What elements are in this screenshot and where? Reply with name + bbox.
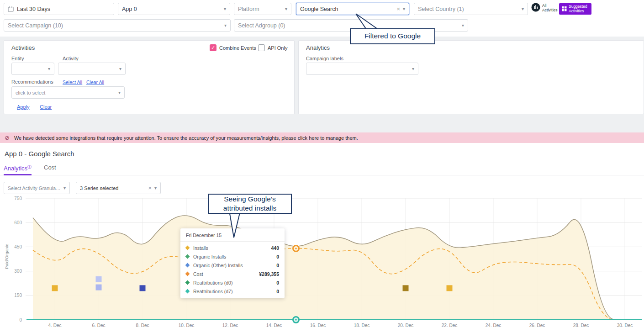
api-only-checkbox[interactable] xyxy=(258,44,265,51)
timeseries-chart[interactable]: 01503004506007504. Dec6. Dec8. Dec10. De… xyxy=(0,195,644,333)
recommendations-label: Recommendations xyxy=(11,79,53,85)
series-diamond-icon xyxy=(185,289,190,294)
report-tabs: Analyticsⓘ Cost xyxy=(0,162,644,175)
svg-text:18. Dec: 18. Dec xyxy=(354,323,370,328)
activities-panel: Activities ✓ Combine Events API Only Ent… xyxy=(4,40,295,114)
all-activities-icon xyxy=(531,3,540,14)
tooltip-row: Reattributions (d0)0 xyxy=(180,278,285,287)
media-source-select[interactable]: Google Search × ▾ xyxy=(296,3,409,15)
chart-tooltip: Fri December 15 Installs440Organic Insta… xyxy=(180,228,285,298)
app-select-value: App 0 xyxy=(122,6,221,12)
date-range-picker[interactable]: Last 30 Days xyxy=(4,3,114,15)
combine-events-label: Combine Events xyxy=(219,45,256,51)
tooltip-series-value: 0 xyxy=(276,254,279,259)
tooltip-row: Organic (Other) Installs0 xyxy=(180,261,285,270)
svg-text:20. Dec: 20. Dec xyxy=(398,323,413,328)
tooltip-rows: Installs440Organic Installs0Organic (Oth… xyxy=(180,243,285,296)
svg-text:14. Dec: 14. Dec xyxy=(266,323,282,328)
svg-text:16. Dec: 16. Dec xyxy=(310,323,326,328)
integration-warning-banner[interactable]: ⊘ We have detected some integrations tha… xyxy=(0,132,644,143)
entity-select[interactable]: ▾ xyxy=(11,63,54,75)
all-activities-label: All Activities xyxy=(542,4,560,13)
chevron-down-icon: ▾ xyxy=(118,90,121,95)
series-select[interactable]: 3 Series selected × ▾ xyxy=(76,182,161,194)
warning-icon: ⊘ xyxy=(5,134,10,141)
info-icon: ⓘ xyxy=(27,164,32,169)
entity-label: Entity xyxy=(11,56,24,61)
recommendations-select[interactable]: click to select ▾ xyxy=(11,86,125,99)
chevron-down-icon: ▾ xyxy=(224,23,227,28)
chevron-down-icon: ▾ xyxy=(285,6,287,11)
svg-text:28. Dec: 28. Dec xyxy=(573,323,589,328)
suggested-activities-button[interactable]: Suggested Activities xyxy=(559,3,591,15)
series-diamond-icon xyxy=(185,263,190,268)
active-tab-underline xyxy=(4,174,32,175)
clear-icon[interactable]: × xyxy=(396,5,400,12)
tooltip-series-label: Installs xyxy=(193,245,271,251)
chevron-down-icon: ▾ xyxy=(462,23,464,28)
chevron-down-icon: ▾ xyxy=(224,6,226,11)
chevron-down-icon: ▾ xyxy=(403,6,405,11)
combine-events-checkbox[interactable]: ✓ xyxy=(210,44,216,51)
svg-text:4. Dec: 4. Dec xyxy=(48,323,62,328)
svg-text:0: 0 xyxy=(19,317,22,322)
tooltip-series-value: 0 xyxy=(276,263,279,268)
svg-text:22. Dec: 22. Dec xyxy=(442,323,457,328)
svg-text:24. Dec: 24. Dec xyxy=(486,323,501,328)
callout-filtered-to-google: Filtered to Google xyxy=(350,28,435,44)
granularity-placeholder: Select Activity Granularity xyxy=(8,185,61,191)
tooltip-series-value: ¥289,355 xyxy=(259,271,279,277)
svg-text:12. Dec: 12. Dec xyxy=(222,323,238,328)
series-diamond-icon xyxy=(185,272,190,276)
country-select-placeholder: Select Country (1) xyxy=(418,6,519,12)
tooltip-series-label: Organic Installs xyxy=(193,254,276,259)
tooltip-series-label: Organic (Other) Installs xyxy=(193,263,276,268)
series-diamond-icon xyxy=(185,246,190,250)
platform-select-placeholder: Platform xyxy=(238,6,282,12)
chevron-down-icon: ▾ xyxy=(119,66,121,71)
campaign-labels-select[interactable]: ▾ xyxy=(306,63,418,75)
activity-label: Activity xyxy=(63,56,79,61)
svg-text:10. Dec: 10. Dec xyxy=(179,323,194,328)
tooltip-series-value: 0 xyxy=(276,280,279,285)
analytics-panel: Analytics Campaign labels ▾ xyxy=(298,40,644,114)
chevron-down-icon: ▾ xyxy=(63,185,66,190)
svg-text:30. Dec: 30. Dec xyxy=(617,323,633,328)
callout-attributed-installs: Seeing Google’s attributed installs xyxy=(208,194,292,214)
app-select[interactable]: App 0 ▾ xyxy=(118,3,230,15)
chevron-down-icon: ▾ xyxy=(522,6,524,11)
warning-text: We have detected some integrations that … xyxy=(14,135,358,141)
svg-text:450: 450 xyxy=(14,244,22,249)
y-axis-title: Paid/Organic xyxy=(4,238,9,275)
calendar-icon xyxy=(8,6,14,12)
chevron-down-icon: ▾ xyxy=(154,185,157,190)
all-activities-button[interactable]: All Activities xyxy=(531,3,560,14)
tooltip-series-label: Reattributions (d7) xyxy=(193,289,276,294)
clear-all-link[interactable]: Clear All xyxy=(86,79,104,85)
platform-select[interactable]: Platform ▾ xyxy=(234,3,291,15)
dashboard: Last 30 Days App 0 ▾ Platform ▾ Google S… xyxy=(0,0,644,333)
apply-link[interactable]: Apply xyxy=(17,104,30,110)
date-range-value: Last 30 Days xyxy=(17,6,110,12)
country-select[interactable]: Select Country (1) ▾ xyxy=(414,3,528,15)
tooltip-row: Installs440 xyxy=(180,243,285,252)
granularity-select[interactable]: Select Activity Granularity ▾ xyxy=(4,182,70,194)
clear-icon[interactable]: × xyxy=(148,185,152,191)
api-only-label: API Only xyxy=(268,45,287,51)
suggested-activities-icon xyxy=(562,5,567,13)
svg-text:8. Dec: 8. Dec xyxy=(136,323,149,328)
series-diamond-icon xyxy=(185,254,190,259)
tooltip-row: Reattributions (d7)0 xyxy=(180,287,285,296)
activity-select[interactable]: ▾ xyxy=(58,63,126,75)
tooltip-series-label: Reattributions (d0) xyxy=(193,280,276,285)
svg-text:6. Dec: 6. Dec xyxy=(92,323,106,328)
chart-area[interactable]: Paid/Organic 01503004506007504. Dec6. De… xyxy=(0,195,644,333)
select-all-link[interactable]: Select All xyxy=(63,79,82,85)
tab-cost[interactable]: Cost xyxy=(44,164,56,175)
campaign-select[interactable]: Select Campaign (10) ▾ xyxy=(4,19,231,32)
tooltip-row: Cost¥289,355 xyxy=(180,270,285,278)
media-source-value: Google Search xyxy=(300,6,394,12)
clear-link[interactable]: Clear xyxy=(40,104,52,110)
tab-analytics[interactable]: Analyticsⓘ xyxy=(4,164,32,175)
tooltip-series-value: 440 xyxy=(271,245,279,251)
